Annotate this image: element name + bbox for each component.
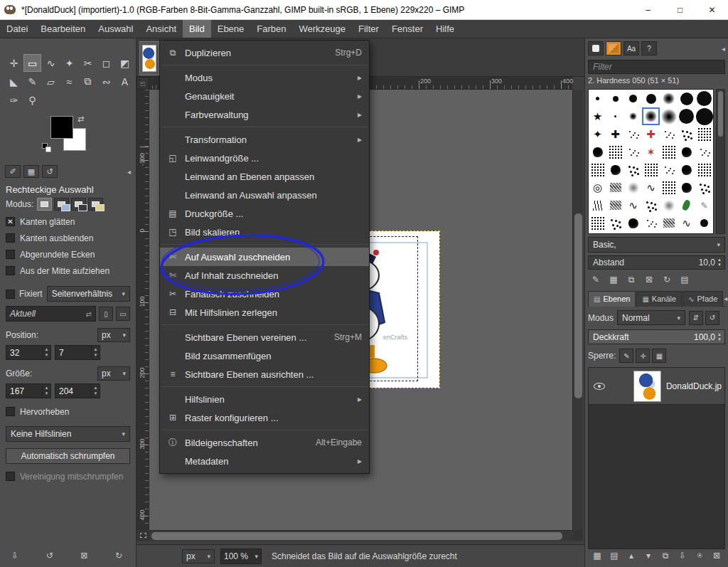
panel-collapse-icon[interactable]: ◂ (724, 295, 727, 302)
brush-rings[interactable]: ◎ (589, 179, 606, 196)
menu-item-modus[interactable]: Modus▸ (160, 68, 369, 87)
brush-texture[interactable] (589, 161, 606, 179)
size-height-spinner[interactable]: ▲▼ (91, 384, 100, 398)
brush-chalk[interactable] (606, 196, 624, 214)
lock-alpha-icon[interactable]: ▦ (652, 349, 666, 363)
menubar-item-auswahl[interactable]: Auswahl (92, 20, 139, 38)
brush-texture[interactable] (589, 214, 606, 232)
position-x-input[interactable]: 32 ▲▼ (6, 345, 51, 360)
menu-item-genauigkeit[interactable]: Genauigkeit▸ (160, 87, 369, 105)
quick-mask-toggle[interactable] (136, 530, 149, 541)
brush-dots[interactable] (678, 125, 695, 143)
size-height-input[interactable]: 204 ▲▼ (55, 383, 100, 398)
menu-item-hilfslinien[interactable]: Hilfslinien▸ (160, 390, 369, 408)
brush-sparkle[interactable]: ✦ (589, 125, 606, 143)
menu-item-bildeigenschaften[interactable]: ⓘBildeigenschaftenAlt+Eingabe (160, 433, 369, 452)
brush-texture[interactable] (660, 179, 678, 196)
navigation-corner[interactable] (572, 530, 583, 541)
tool-paintbrush[interactable]: ✎ (23, 73, 41, 90)
menu-item-auf-inhalt-zuschneiden[interactable]: ✄Auf Inhalt zuschneiden (160, 266, 369, 285)
brush-fuzzy-l[interactable] (660, 107, 678, 125)
brush-scrollbar[interactable] (716, 89, 725, 234)
brush-dot-m[interactable] (695, 214, 713, 232)
menubar-item-werkzeuge[interactable]: Werkzeuge (293, 20, 353, 38)
ruler-corner[interactable]: ◰ (136, 77, 149, 90)
image-tab[interactable] (139, 41, 159, 75)
minimize-button[interactable]: – (632, 0, 664, 20)
menu-item-duplizieren[interactable]: ⧉DuplizierenStrg+D (160, 43, 369, 62)
brush-dot-s[interactable] (606, 90, 624, 107)
menu-item-sichtbare-ebenen-ausrichten[interactable]: ≡Sichtbare Ebenen ausrichten ... (160, 365, 369, 383)
panel-collapse-icon[interactable]: ◂ (127, 168, 131, 176)
new-brush-icon[interactable]: ▦ (606, 272, 621, 287)
brush-filter-input[interactable]: Filter (588, 60, 725, 74)
opacity-slider[interactable]: Deckkraft 100,0 ▲▼ (588, 329, 725, 344)
brush-chalk[interactable] (606, 179, 624, 196)
horizontal-scrollbar[interactable] (149, 530, 572, 541)
brush-grass[interactable] (589, 196, 606, 214)
tool-zoom[interactable]: ⚲ (23, 91, 41, 109)
delete-settings-icon[interactable]: ⊠ (76, 549, 92, 563)
menu-item-mit-hilfslinien-zerlegen[interactable]: ⊟Mit Hilfslinien zerlegen (160, 303, 369, 322)
menu-item-farbverwaltung[interactable]: Farbverwaltung▸ (160, 105, 369, 124)
lower-layer-icon[interactable]: ▾ (641, 549, 656, 563)
fixed-type-dropdown[interactable]: Seitenverhältnis ▾ (47, 286, 130, 302)
edit-brush-icon[interactable]: ✎ (588, 272, 604, 287)
position-y-input[interactable]: 7 ▲▼ (55, 345, 100, 360)
brush-blob[interactable] (589, 143, 606, 161)
position-x-spinner[interactable]: ▲▼ (42, 346, 50, 359)
new-group-icon[interactable]: ▤ (606, 549, 622, 563)
tool-crop[interactable]: ✂ (79, 54, 97, 72)
foreground-color-swatch[interactable] (50, 116, 73, 139)
position-unit-dropdown[interactable]: px ▾ (97, 328, 130, 342)
brush-wilber[interactable]: ✎ (695, 196, 713, 214)
lock-pixels-icon[interactable]: ✎ (619, 349, 633, 363)
brush-smoke[interactable] (660, 196, 678, 214)
tool-unified-transform[interactable]: ◻ (97, 54, 115, 72)
brush-dot-xs[interactable] (589, 90, 606, 107)
brush-dots[interactable] (624, 161, 642, 179)
menubar-item-ansicht[interactable]: Ansicht (139, 20, 183, 38)
select-mode-intersect[interactable] (88, 198, 103, 211)
auto-shrink-button[interactable]: Automatisch schrumpfen (6, 448, 130, 464)
swap-dimensions-icon[interactable]: ⇄ (86, 310, 92, 318)
brush-circle-l[interactable] (678, 90, 695, 107)
brush-pepper[interactable] (678, 196, 695, 214)
opacity-spinner[interactable]: ▲▼ (717, 332, 722, 341)
brush-blob[interactable] (606, 161, 624, 179)
brush-cross-red[interactable]: ✚ (642, 125, 660, 143)
brush-fuzzy-s[interactable] (624, 107, 642, 125)
brush-dots[interactable] (695, 179, 713, 196)
zoom-control[interactable]: 100 % ▾ (220, 549, 262, 564)
brush-blob[interactable] (678, 179, 695, 196)
tool-clone[interactable]: ⧉ (79, 73, 97, 90)
anchor-layer-icon[interactable]: ⍟ (692, 549, 707, 563)
default-colors-icon[interactable] (42, 143, 52, 153)
brush-dots[interactable] (606, 214, 624, 232)
restore-settings-icon[interactable]: ↺ (42, 549, 58, 563)
brush-cross[interactable]: ✚ (606, 125, 624, 143)
tab-ebenen[interactable]: ▤Ebenen (588, 291, 636, 307)
delete-layer-icon[interactable]: ⊠ (709, 549, 724, 563)
brush-circle-xl[interactable] (678, 107, 695, 125)
delete-brush-icon[interactable]: ⊠ (641, 272, 657, 287)
select-mode-add[interactable] (54, 198, 69, 211)
vertical-scrollbar[interactable] (572, 90, 583, 530)
menu-item-metadaten[interactable]: Metadaten▸ (160, 452, 369, 470)
menu-item-leinwand-an-auswahl-anpassen[interactable]: Leinwand an Auswahl anpassen (160, 186, 369, 204)
brush-star[interactable]: ★ (589, 107, 606, 125)
position-y-spinner[interactable]: ▲▼ (91, 346, 100, 359)
brush-texture[interactable] (660, 143, 678, 161)
brush-dot-l[interactable] (642, 90, 660, 107)
brush-menu-icon[interactable]: ▤ (677, 272, 692, 287)
size-width-input[interactable]: 167 ▲▼ (6, 383, 51, 398)
brush-blob[interactable] (624, 214, 642, 232)
vertical-scrollbar-thumb[interactable] (574, 213, 582, 398)
help-tab[interactable]: ? (641, 41, 657, 55)
size-width-spinner[interactable]: ▲▼ (42, 384, 50, 398)
duplicate-brush-icon[interactable]: ⧉ (623, 272, 639, 287)
brush-dots[interactable] (642, 196, 660, 214)
checkbox-aus-der-mitte-aufziehen[interactable]: Aus der Mitte aufziehen (5, 263, 131, 279)
size-unit-dropdown[interactable]: px ▾ (97, 366, 130, 381)
brush-dot-m[interactable] (624, 90, 642, 107)
